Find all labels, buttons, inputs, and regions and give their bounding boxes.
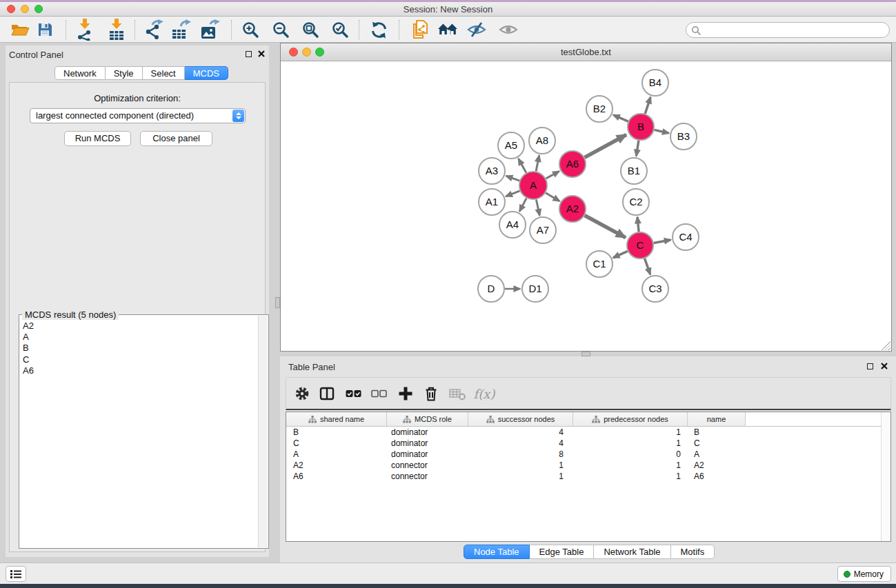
table-cell[interactable]: dominator: [387, 427, 468, 438]
save-session-icon[interactable]: [32, 18, 58, 41]
table-cell[interactable]: connector: [387, 460, 468, 471]
tab-node-table[interactable]: Node Table: [464, 545, 530, 559]
delete-column-trash-icon[interactable]: [419, 383, 443, 405]
delete-table-icon[interactable]: [446, 383, 469, 405]
network-zoom-button[interactable]: [315, 48, 324, 57]
graph-edge-C-C4[interactable]: [654, 240, 671, 243]
graph-edge-A-A3[interactable]: [506, 176, 519, 181]
graph-edge-A2-C[interactable]: [585, 216, 626, 238]
table-cell[interactable]: dominator: [387, 438, 468, 449]
graph-edge-A-A8[interactable]: [536, 156, 539, 172]
new-network-from-selection-icon[interactable]: [407, 18, 433, 41]
table-cell[interactable]: A2: [286, 460, 387, 471]
network-window-titlebar[interactable]: testGlobe.txt: [281, 43, 891, 61]
tab-network-table[interactable]: Network Table: [594, 545, 670, 559]
window-resize-grip[interactable]: [882, 341, 890, 350]
table-cell[interactable]: B: [286, 427, 387, 438]
import-table-icon[interactable]: [103, 18, 130, 41]
column-header-shared-name[interactable]: shared name: [286, 412, 387, 426]
table-cell[interactable]: 1: [573, 460, 688, 471]
close-panel-button[interactable]: Close panel: [140, 131, 212, 146]
mcds-result-item[interactable]: B: [23, 343, 257, 354]
import-network-icon[interactable]: [72, 18, 98, 41]
table-cell[interactable]: 1: [468, 471, 573, 482]
network-close-button[interactable]: [289, 48, 298, 57]
show-all-icon[interactable]: [495, 18, 521, 41]
graph-edge-A-A1[interactable]: [506, 191, 519, 196]
zoom-out-icon[interactable]: [268, 18, 294, 41]
table-cell[interactable]: A6: [286, 471, 387, 482]
table-row[interactable]: Bdominator41B: [286, 427, 890, 438]
criterion-select[interactable]: largest connected component (directed): [30, 108, 246, 123]
zoom-selected-icon[interactable]: [327, 18, 353, 41]
column-header-successor-nodes[interactable]: successor nodes: [468, 412, 573, 426]
table-cell[interactable]: C: [688, 438, 746, 449]
search-box[interactable]: [686, 22, 890, 38]
export-image-icon[interactable]: [197, 18, 223, 41]
table-row[interactable]: Adominator80A: [286, 449, 890, 460]
tab-network[interactable]: Network: [54, 66, 106, 80]
table-cell[interactable]: 8: [468, 449, 573, 460]
mcds-result-item[interactable]: A2: [23, 321, 257, 332]
table-row[interactable]: A6connector11A6: [286, 471, 890, 482]
table-cell[interactable]: A: [688, 449, 746, 460]
unselect-all-columns-icon[interactable]: [368, 383, 391, 405]
table-cell[interactable]: dominator: [387, 449, 468, 460]
search-input[interactable]: [701, 26, 889, 35]
table-cell[interactable]: A: [286, 449, 387, 460]
tab-mcds[interactable]: MCDS: [185, 66, 228, 80]
mcds-result-scrollbar[interactable]: [258, 316, 268, 547]
table-row[interactable]: A2connector11A2: [286, 460, 890, 471]
graph-edge-B-B4[interactable]: [645, 97, 650, 114]
run-mcds-button[interactable]: Run MCDS: [64, 131, 131, 146]
float-table-panel-icon[interactable]: [867, 363, 873, 369]
tab-motifs[interactable]: Motifs: [671, 545, 715, 559]
graph-edge-C-C2[interactable]: [637, 217, 639, 232]
table-cell[interactable]: 1: [573, 471, 688, 482]
vertical-splitter-grip[interactable]: [275, 297, 280, 308]
mcds-result-item[interactable]: A: [23, 332, 257, 343]
graph-edge-A6-B[interactable]: [585, 134, 626, 157]
graph-edge-A-A4[interactable]: [519, 199, 526, 212]
graph-edge-A-A6[interactable]: [546, 172, 559, 179]
table-settings-gear-icon[interactable]: [290, 383, 314, 405]
horizontal-splitter-grip[interactable]: [581, 352, 590, 356]
column-header-predecessor-nodes[interactable]: predecessor nodes: [573, 412, 688, 426]
column-header-mcds-role[interactable]: MCDS role: [387, 412, 468, 426]
mcds-result-item[interactable]: C: [23, 354, 257, 365]
table-cell[interactable]: 4: [468, 438, 573, 449]
table-cell[interactable]: 1: [573, 438, 688, 449]
table-cell[interactable]: connector: [387, 471, 468, 482]
hide-selected-icon[interactable]: [464, 18, 490, 41]
zoom-fit-icon[interactable]: [297, 18, 323, 41]
table-cell[interactable]: A6: [688, 471, 746, 482]
float-panel-icon[interactable]: [246, 51, 252, 57]
show-columns-icon[interactable]: [315, 383, 339, 405]
table-cell[interactable]: A2: [688, 460, 746, 471]
tab-select[interactable]: Select: [143, 66, 185, 80]
table-cell[interactable]: C: [286, 438, 387, 449]
graph-edge-C-C1[interactable]: [613, 251, 628, 258]
export-network-icon[interactable]: [141, 18, 167, 41]
graph-edge-A-A5[interactable]: [519, 159, 526, 172]
table-cell[interactable]: 4: [468, 427, 573, 438]
column-header-name[interactable]: name: [688, 412, 746, 426]
create-column-plus-icon[interactable]: [394, 383, 417, 405]
graph-edge-B-B1[interactable]: [636, 141, 639, 156]
table-cell[interactable]: 0: [573, 449, 688, 460]
network-graph[interactable]: AA1A2A3A4A5A6A7A8BB1B2B3B4CC1C2C3C4DD1: [281, 61, 891, 351]
function-builder-icon[interactable]: f(x): [472, 383, 496, 405]
task-history-button[interactable]: [6, 566, 26, 582]
table-cell[interactable]: 1: [573, 427, 688, 438]
close-panel-icon[interactable]: [258, 50, 265, 57]
mcds-result-item[interactable]: A6: [23, 365, 257, 376]
refresh-layout-icon[interactable]: [366, 18, 392, 41]
table-scrollbar[interactable]: [881, 412, 890, 541]
tab-edge-table[interactable]: Edge Table: [530, 545, 595, 559]
graph-edge-A-A2[interactable]: [546, 193, 559, 201]
network-minimize-button[interactable]: [302, 48, 311, 57]
memory-button[interactable]: Memory: [837, 566, 891, 582]
select-all-columns-icon[interactable]: [342, 383, 366, 405]
table-row[interactable]: Cdominator41C: [286, 438, 890, 449]
graph-edge-B-B2[interactable]: [613, 115, 628, 121]
